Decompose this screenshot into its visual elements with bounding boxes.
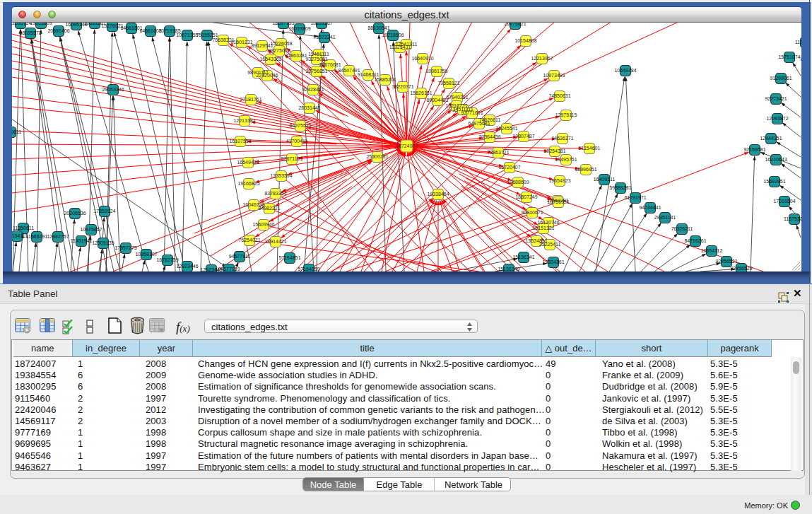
svg-text:94744441: 94744441: [639, 205, 661, 210]
svg-text:76254021: 76254021: [238, 238, 260, 243]
svg-text:57164851: 57164851: [278, 255, 300, 260]
svg-text:11330611: 11330611: [12, 129, 21, 134]
svg-text:83783351: 83783351: [264, 191, 286, 196]
svg-text:12093872: 12093872: [766, 116, 788, 121]
svg-text:16210643: 16210643: [765, 157, 787, 162]
svg-text:16409511: 16409511: [594, 177, 616, 182]
svg-text:81601231: 81601231: [230, 40, 252, 45]
svg-text:36245541: 36245541: [495, 126, 517, 131]
svg-text:19166825: 19166825: [237, 181, 259, 186]
svg-text:20691406: 20691406: [47, 28, 69, 33]
svg-text:16151321: 16151321: [532, 226, 554, 230]
svg-text:29053346: 29053346: [102, 87, 124, 92]
svg-text:11675311: 11675311: [784, 216, 801, 221]
svg-text:28031441: 28031441: [298, 105, 320, 110]
svg-text:15461111: 15461111: [308, 52, 329, 57]
svg-text:89904481: 89904481: [426, 98, 448, 103]
svg-text:91154601: 91154601: [579, 146, 601, 151]
svg-text:98901111: 98901111: [247, 70, 269, 75]
svg-text:17016504: 17016504: [773, 199, 795, 204]
svg-text:15692951: 15692951: [763, 179, 785, 184]
svg-text:73572241: 73572241: [313, 35, 335, 40]
svg-text:11568291: 11568291: [26, 234, 48, 239]
svg-text:92159581: 92159581: [743, 147, 765, 152]
svg-text:15885201: 15885201: [374, 77, 396, 82]
svg-text:84275521: 84275521: [289, 123, 311, 128]
svg-text:18807249: 18807249: [515, 194, 537, 199]
svg-text:92428481: 92428481: [302, 87, 324, 92]
svg-text:73863721: 73863721: [487, 150, 509, 155]
svg-text:82671101: 82671101: [281, 156, 303, 161]
svg-text:59389281: 59389281: [609, 185, 631, 190]
svg-text:57164859: 57164859: [298, 267, 319, 271]
svg-text:38756851: 38756851: [305, 69, 327, 74]
svg-text:15136141: 15136141: [512, 255, 534, 259]
svg-text:92456521: 92456521: [715, 259, 737, 264]
svg-text:18035572: 18035572: [19, 30, 41, 35]
svg-text:10654112: 10654112: [701, 248, 723, 253]
svg-text:97771691: 97771691: [461, 110, 483, 115]
svg-text:12213382: 12213382: [233, 118, 255, 123]
svg-text:16543362: 16543362: [259, 57, 281, 62]
svg-text:12213967: 12213967: [531, 56, 553, 61]
svg-text:15626151: 15626151: [410, 90, 432, 95]
svg-text:12975115: 12975115: [555, 112, 577, 117]
svg-text:18724007: 18724007: [396, 144, 418, 148]
svg-text:94577911: 94577911: [229, 254, 251, 259]
svg-text:27181761: 27181761: [240, 97, 261, 102]
svg-text:68996951: 68996951: [575, 167, 596, 172]
svg-text:10958107: 10958107: [135, 252, 157, 257]
svg-text:67940281: 67940281: [446, 95, 468, 100]
svg-text:16782759: 16782759: [156, 257, 178, 262]
svg-text:93275081: 93275081: [305, 57, 327, 62]
svg-text:12505135: 12505135: [92, 240, 114, 245]
svg-text:81863281: 81863281: [285, 53, 307, 58]
svg-text:10648784: 10648784: [614, 68, 636, 73]
svg-text:74850631: 74850631: [548, 93, 570, 98]
svg-text:41700411: 41700411: [286, 139, 308, 144]
svg-text:38220371: 38220371: [392, 84, 413, 89]
svg-text:34982221: 34982221: [258, 206, 280, 211]
svg-text:11170531: 11170531: [795, 40, 801, 45]
svg-text:92456529: 92456529: [730, 266, 752, 271]
svg-text:10961758: 10961758: [425, 69, 447, 74]
svg-text:29351141: 29351141: [654, 215, 676, 220]
svg-text:17334261: 17334261: [542, 259, 564, 264]
svg-text:17359924: 17359924: [93, 209, 115, 214]
svg-text:92273421: 92273421: [765, 96, 787, 101]
svg-text:15136149: 15136149: [498, 267, 519, 271]
svg-text:84716261: 84716261: [684, 238, 706, 243]
svg-text:10671355: 10671355: [176, 33, 198, 37]
svg-text:20876821: 20876821: [504, 23, 526, 26]
svg-text:94577919: 94577919: [218, 267, 240, 271]
svg-text:19654923: 19654923: [548, 178, 570, 183]
svg-text:93275051: 93275051: [268, 48, 290, 53]
svg-text:10975867: 10975867: [80, 227, 102, 232]
svg-text:10807487: 10807487: [512, 134, 534, 139]
svg-text:11350611: 11350611: [13, 226, 34, 230]
svg-text:15720407: 15720407: [498, 165, 520, 170]
svg-text:12444151: 12444151: [760, 136, 782, 141]
svg-text:12923446: 12923446: [176, 264, 198, 269]
svg-text:11451941: 11451941: [71, 238, 93, 243]
svg-text:13495751: 13495751: [555, 157, 577, 162]
svg-text:15226058: 15226058: [270, 41, 292, 46]
svg-text:79558121: 79558121: [437, 81, 459, 86]
svg-text:10973493: 10973493: [543, 73, 565, 78]
svg-text:20206536: 20206536: [64, 211, 86, 216]
svg-text:18756921: 18756921: [547, 199, 569, 204]
svg-text:10154808: 10154808: [514, 38, 536, 43]
svg-text:28676081: 28676081: [319, 62, 341, 67]
svg-text:75155251: 75155251: [196, 33, 218, 37]
svg-text:15751074: 15751074: [778, 54, 800, 59]
svg-text:16549431: 16549431: [237, 160, 259, 165]
svg-text:61791971: 61791971: [624, 195, 646, 200]
svg-text:90840671: 90840671: [521, 210, 543, 215]
svg-text:88130541: 88130541: [367, 25, 389, 30]
svg-text:16033809: 16033809: [288, 26, 310, 31]
svg-text:19218506: 19218506: [382, 33, 404, 37]
svg-text:12942757: 12942757: [47, 234, 69, 239]
svg-text:15609946: 15609946: [252, 222, 274, 227]
svg-text:25225411: 25225411: [539, 242, 561, 247]
svg-text:18914421: 18914421: [264, 239, 286, 244]
